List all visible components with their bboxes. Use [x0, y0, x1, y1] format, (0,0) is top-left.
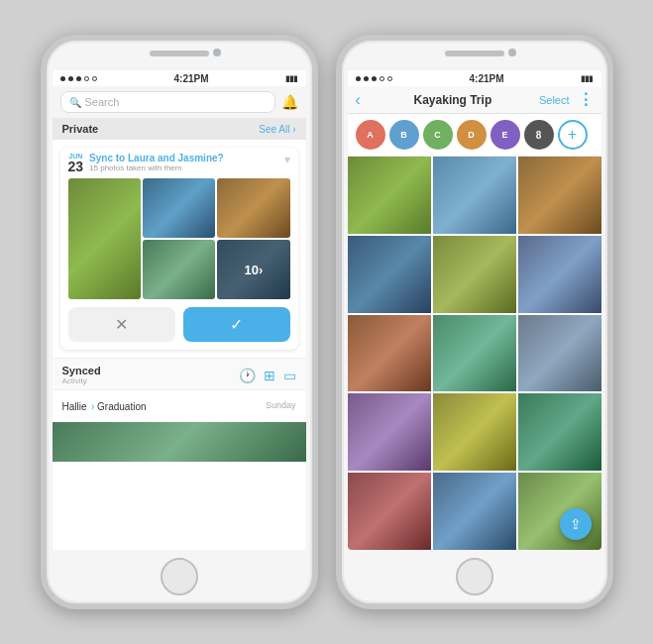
battery-icon: ▮▮▮ [285, 74, 297, 83]
photo-placeholder-1 [68, 178, 141, 299]
synced-text: Synced Activity [62, 365, 101, 385]
photo-cell-4 [143, 240, 215, 299]
avatar-placeholder-5: E [490, 120, 520, 150]
dot-r1 [356, 76, 361, 81]
select-button[interactable]: Select [539, 94, 570, 106]
date-day: 23 [68, 160, 84, 173]
avatar-count[interactable]: 8 [524, 120, 554, 150]
left-screen: 4:21PM ▮▮▮ 🔍 Search 🔔 Private See All › [53, 70, 306, 550]
clock-icon[interactable]: 🕐 [239, 368, 256, 383]
stack-icon[interactable]: ▭ [283, 368, 296, 383]
dot2 [68, 76, 73, 81]
avatar-add-button[interactable]: + [558, 120, 588, 150]
private-section-header: Private See All › [53, 118, 306, 140]
grid-cell-14[interactable] [433, 473, 516, 550]
grid-cell-6[interactable] [518, 236, 601, 313]
card-info: Sync to Laura and Jasmine? 15 photos tak… [89, 153, 277, 172]
avatar-1[interactable]: A [356, 120, 385, 150]
grid-cell-11[interactable] [433, 393, 516, 471]
back-button[interactable]: ‹ [356, 91, 361, 109]
photo-grid-right: ⇪ [348, 157, 601, 550]
grid-cell-12[interactable] [518, 393, 601, 471]
left-phone: 4:21PM ▮▮▮ 🔍 Search 🔔 Private See All › [41, 35, 318, 609]
right-screen: 4:21PM ▮▮▮ ‹ Kayaking Trip Select ⋮ A B [348, 70, 601, 550]
photo-cell-5: 10› [217, 240, 289, 299]
grid-cell-2[interactable] [433, 157, 516, 234]
grid-cell-1[interactable] [348, 157, 431, 234]
right-phone: 4:21PM ▮▮▮ ‹ Kayaking Trip Select ⋮ A B [336, 35, 613, 609]
date-block: JUN 23 [68, 153, 84, 173]
card-subtitle: 15 photos taken with them [89, 163, 277, 172]
nav-title: Kayaking Trip [367, 93, 539, 107]
grid-icon[interactable]: ⊞ [264, 368, 275, 383]
nav-bar: ‹ Kayaking Trip Select ⋮ [348, 86, 601, 114]
home-button-left[interactable] [161, 558, 198, 595]
notification-icon[interactable]: 🔔 [281, 94, 298, 110]
share-fab-button[interactable]: ⇪ [560, 508, 592, 540]
card-arrow-icon: ▾ [284, 153, 290, 166]
synced-section: Synced Activity 🕐 ⊞ ▭ [53, 358, 306, 389]
dot-r5 [387, 76, 392, 81]
signal-dots [60, 76, 97, 81]
photo-grid-left: 10› [60, 178, 298, 299]
synced-subtitle: Activity [62, 376, 101, 385]
grid-cell-15[interactable]: ⇪ [518, 473, 601, 550]
more-button[interactable]: ⋮ [578, 90, 594, 109]
confirm-button[interactable]: ✓ [183, 307, 290, 342]
photo-cell-2 [143, 178, 215, 238]
photo-cell-1 [68, 178, 141, 299]
grid-cell-9[interactable] [518, 315, 601, 392]
status-time-left: 4:21PM [173, 73, 208, 84]
grid-cell-4[interactable] [348, 236, 431, 313]
activity-day: Sunday [266, 400, 296, 410]
synced-icons: 🕐 ⊞ ▭ [239, 368, 296, 383]
photo-cell-3 [217, 178, 289, 238]
private-title: Private [62, 123, 99, 135]
avatar-5[interactable]: E [490, 120, 520, 150]
dot-r2 [364, 76, 369, 81]
avatar-placeholder-1: A [356, 120, 385, 150]
activity-item[interactable]: Hallie › Graduation Sunday [53, 389, 306, 420]
avatar-placeholder-3: C [423, 120, 453, 150]
status-bar-left: 4:21PM ▮▮▮ [53, 70, 306, 86]
see-all-link[interactable]: See All › [259, 124, 295, 135]
avatar-2[interactable]: B [389, 120, 419, 150]
status-bar-right: 4:21PM ▮▮▮ [348, 70, 601, 86]
home-button-right[interactable] [456, 558, 493, 595]
cancel-button[interactable]: ✕ [68, 307, 175, 342]
avatar-4[interactable]: D [457, 120, 487, 150]
card-header: JUN 23 Sync to Laura and Jasmine? 15 pho… [60, 148, 298, 178]
battery-icon-right: ▮▮▮ [581, 74, 593, 83]
dot-r3 [372, 76, 377, 81]
action-row: ✕ ✓ [60, 299, 298, 350]
sync-card[interactable]: JUN 23 Sync to Laura and Jasmine? 15 pho… [60, 148, 298, 350]
scene: 4:21PM ▮▮▮ 🔍 Search 🔔 Private See All › [31, 25, 623, 619]
activity-thumbnail [53, 422, 306, 462]
activity-to: Graduation [97, 401, 146, 412]
avatars-row: A B C D E 8 + [348, 114, 601, 157]
avatar-placeholder-2: B [389, 120, 419, 150]
dot5 [92, 76, 97, 81]
card-title: Sync to Laura and Jasmine? [89, 153, 277, 163]
dot4 [84, 76, 89, 81]
grid-cell-8[interactable] [433, 315, 516, 392]
avatar-placeholder-4: D [457, 120, 487, 150]
grid-cell-10[interactable] [348, 393, 431, 471]
photo-count-badge: 10› [217, 240, 289, 299]
avatar-3[interactable]: C [423, 120, 453, 150]
search-input[interactable]: 🔍 Search [60, 91, 275, 113]
dot-r4 [380, 76, 384, 81]
share-icon: ⇪ [570, 516, 582, 532]
search-bar: 🔍 Search 🔔 [53, 86, 306, 118]
synced-header: Synced Activity 🕐 ⊞ ▭ [62, 365, 296, 385]
activity-info: Hallie › Graduation [62, 396, 147, 414]
signal-dots-right [356, 76, 392, 81]
grid-cell-7[interactable] [348, 315, 431, 392]
status-time-right: 4:21PM [469, 73, 503, 84]
grid-cell-5[interactable] [433, 236, 516, 313]
dot3 [76, 76, 81, 81]
status-icons-left: ▮▮▮ [285, 74, 297, 83]
dot1 [60, 76, 65, 81]
grid-cell-3[interactable] [518, 157, 601, 234]
grid-cell-13[interactable] [348, 473, 431, 550]
